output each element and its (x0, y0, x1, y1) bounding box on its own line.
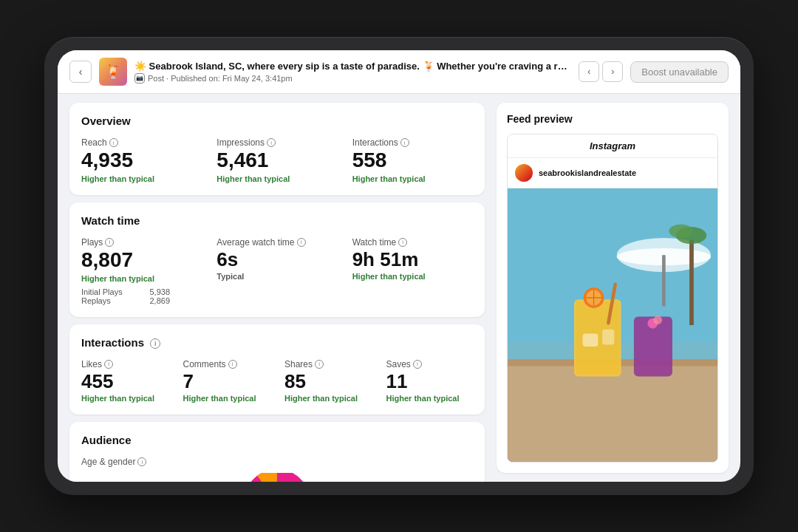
likes-value: 455 (81, 371, 168, 392)
main-content: Overview Reach i 4,935 Higher than typic… (58, 94, 740, 482)
svg-rect-16 (583, 334, 598, 347)
age-gender-info-icon[interactable]: i (137, 457, 146, 466)
account-avatar (515, 164, 533, 182)
shares-label: Shares i (284, 359, 372, 369)
feed-preview-title: Feed preview (507, 113, 718, 125)
total-watch-label: Watch time i (352, 237, 473, 248)
likes-label: Likes i (81, 359, 168, 369)
audience-title: Audience (81, 434, 473, 446)
saves-info-icon[interactable]: i (413, 360, 422, 369)
impressions-label: Impressions i (216, 137, 337, 148)
replays-label: Replays (81, 296, 111, 305)
total-watch-info-icon[interactable]: i (398, 238, 407, 247)
prev-arrow[interactable]: ‹ (579, 61, 599, 82)
right-panel: Feed preview Instagram seabrookislandrea… (497, 94, 740, 482)
impressions-status: Higher than typical (216, 174, 337, 183)
replays-value: 2,869 (149, 296, 170, 305)
total-watch-metric: Watch time i 9h 51m Higher than typical (352, 237, 473, 305)
post-title: ☀️ Seabrook Island, SC, where every sip … (134, 61, 571, 72)
saves-metric: Saves i 11 Higher than typical (386, 359, 474, 403)
interactions-metrics: Likes i 455 Higher than typical Comments… (81, 359, 473, 403)
interactions-overview-label: Interactions i (352, 137, 473, 148)
comments-status: Higher than typical (183, 394, 270, 403)
watch-time-card: Watch time Plays i 8,807 Higher than typ… (69, 202, 485, 317)
plays-info-icon[interactable]: i (105, 238, 114, 247)
interactions-info-icon[interactable]: i (400, 138, 409, 147)
post-image (508, 188, 717, 462)
saves-value: 11 (386, 371, 474, 392)
initial-plays-label: Initial Plays (81, 287, 123, 296)
audience-card: Audience Age & gender i (69, 422, 485, 482)
replays-row: Replays 2,869 (81, 296, 170, 305)
account-username: seabrookislandrealestate (539, 168, 636, 177)
pie-chart-container (81, 473, 473, 482)
saves-status: Higher than typical (386, 394, 474, 403)
back-button[interactable]: ‹ (69, 61, 92, 83)
avg-watch-label: Average watch time i (216, 237, 337, 248)
likes-status: Higher than typical (81, 394, 168, 403)
interactions-info-icon[interactable]: i (150, 338, 160, 349)
pie-chart (248, 473, 307, 482)
age-gender-label: Age & gender i (81, 457, 473, 467)
overview-title: Overview (81, 115, 473, 127)
impressions-metric: Impressions i 5,461 Higher than typical (216, 137, 337, 183)
comments-info-icon[interactable]: i (228, 360, 237, 369)
instagram-icon: 📷 (134, 73, 145, 83)
avg-watch-metric: Average watch time i 6s Typical (216, 237, 337, 305)
plays-label: Plays i (81, 237, 202, 248)
post-thumbnail: 🍹 (99, 58, 127, 86)
overview-card: Overview Reach i 4,935 Higher than typic… (69, 103, 485, 195)
avg-watch-value: 6s (216, 249, 337, 270)
instagram-preview-frame: Instagram seabrookislandrealestate (507, 134, 718, 463)
plays-value: 8,807 (81, 249, 202, 272)
shares-value: 85 (284, 371, 372, 392)
shares-info-icon[interactable]: i (315, 360, 324, 369)
total-watch-value: 9h 51m (352, 249, 473, 270)
feed-preview-card: Feed preview Instagram seabrookislandrea… (497, 103, 729, 473)
svg-rect-6 (662, 255, 666, 306)
shares-metric: Shares i 85 Higher than typical (284, 359, 372, 403)
reach-label: Reach i (81, 137, 202, 148)
tablet-screen: ‹ 🍹 ☀️ Seabrook Island, SC, where every … (58, 50, 740, 482)
saves-label: Saves i (386, 359, 474, 369)
svg-point-25 (654, 316, 663, 324)
post-published: Post · Published on: Fri May 24, 3:41pm (148, 74, 293, 83)
interactions-card: Interactions i Likes i 455 Higher than t… (69, 324, 485, 415)
tablet-frame: ‹ 🍹 ☀️ Seabrook Island, SC, where every … (44, 37, 754, 495)
reach-value: 4,935 (81, 149, 202, 172)
initial-plays-row: Initial Plays 5,938 (81, 287, 170, 296)
shares-status: Higher than typical (284, 394, 372, 403)
boost-button[interactable]: Boost unavailable (630, 61, 729, 83)
interactions-title: Interactions i (81, 336, 473, 349)
avg-watch-status: Typical (216, 272, 337, 281)
reach-info-icon[interactable]: i (109, 138, 118, 147)
interactions-overview-status: Higher than typical (352, 174, 473, 183)
impressions-info-icon[interactable]: i (267, 138, 276, 147)
plays-metric: Plays i 8,807 Higher than typical Initia… (81, 237, 202, 305)
watch-time-metrics: Plays i 8,807 Higher than typical Initia… (81, 237, 473, 305)
post-meta: 📷 Post · Published on: Fri May 24, 3:41p… (134, 73, 571, 83)
top-bar: ‹ 🍹 ☀️ Seabrook Island, SC, where every … (58, 50, 740, 94)
comments-value: 7 (183, 371, 270, 392)
instagram-header: Instagram (508, 134, 717, 158)
likes-metric: Likes i 455 Higher than typical (81, 359, 168, 403)
svg-point-9 (669, 225, 692, 239)
interactions-overview-value: 558 (352, 149, 473, 172)
comments-metric: Comments i 7 Higher than typical (183, 359, 270, 403)
reach-status: Higher than typical (81, 174, 202, 183)
svg-rect-7 (689, 239, 694, 325)
left-panel: Overview Reach i 4,935 Higher than typic… (58, 94, 497, 482)
avg-watch-info-icon[interactable]: i (297, 238, 306, 247)
reach-metric: Reach i 4,935 Higher than typical (81, 137, 202, 183)
plays-sub-metrics: Initial Plays 5,938 Replays 2,869 (81, 287, 202, 305)
next-arrow[interactable]: › (602, 61, 623, 82)
plays-status: Higher than typical (81, 274, 202, 283)
watch-time-title: Watch time (81, 214, 473, 227)
total-watch-status: Higher than typical (352, 272, 473, 281)
nav-arrows: ‹ › (579, 61, 623, 82)
interactions-overview-metric: Interactions i 558 Higher than typical (352, 137, 473, 183)
svg-rect-17 (602, 330, 614, 345)
initial-plays-value: 5,938 (149, 287, 170, 296)
post-image-svg (508, 188, 717, 462)
likes-info-icon[interactable]: i (104, 360, 113, 369)
